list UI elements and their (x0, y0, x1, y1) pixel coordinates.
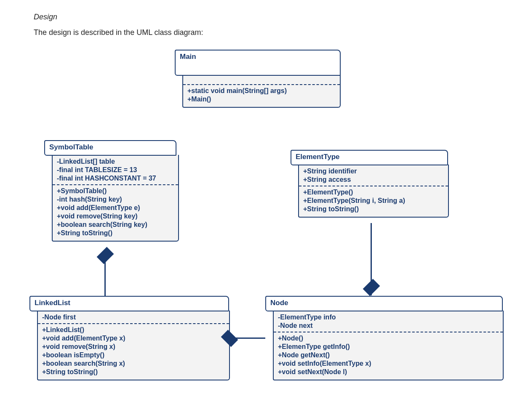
method-line: +void remove(String key) (57, 212, 174, 221)
method-line: +ElementType(String i, String a) (303, 197, 444, 205)
method-line: +String toString() (303, 205, 444, 213)
attribute-line: -Node next (278, 322, 499, 330)
method-line: +void setNext(Node l) (278, 368, 499, 376)
method-line: +Main() (187, 95, 336, 104)
section-description: The design is described in the UML class… (34, 28, 506, 37)
compartment-divider (274, 332, 503, 332)
method-line: +void add(ElementType e) (57, 204, 174, 212)
class-name-label: ElementType (296, 153, 340, 161)
class-body: -LinkedList[] table -final int TABLESIZE… (52, 155, 179, 242)
attribute-line: -final int HASHCONSTANT = 37 (57, 174, 174, 183)
method-line: +boolean search(String x) (42, 359, 225, 368)
class-title: Node (265, 296, 503, 311)
method-line: +ElemenType getInfo() (278, 343, 499, 351)
attribute-line: +String access (303, 175, 444, 184)
method-line: +void remove(String x) (42, 343, 225, 351)
compartment-divider (38, 323, 229, 324)
class-title: Main (175, 50, 341, 76)
attribute-line: -final int TABLESIZE = 13 (57, 166, 174, 174)
composition-diamond-icon (97, 247, 114, 264)
method-line: +ElementType() (303, 188, 444, 197)
class-name-label: Main (180, 53, 196, 61)
method-line: +String toString() (42, 368, 225, 376)
attribute-line: +String identifier (303, 167, 444, 175)
class-SymbolTable: SymbolTable -LinkedList[] table -final i… (44, 140, 175, 242)
class-Main: Main +static void main(String[] args) +M… (175, 50, 331, 109)
class-title: LinkedList (29, 296, 229, 311)
class-body: +static void main(String[] args) +Main() (182, 75, 341, 108)
class-name-label: LinkedList (35, 299, 70, 307)
uml-diagram-canvas: Main +static void main(String[] args) +M… (34, 50, 506, 407)
method-line: +void setInfo(ElementType x) (278, 359, 499, 368)
class-body: -Node first +LinkedList() +void add(Elem… (37, 311, 230, 380)
class-ElementType: ElementType +String identifier +String a… (291, 150, 442, 218)
class-LinkedList: LinkedList -Node first +LinkedList() +vo… (29, 296, 223, 381)
class-body: -ElementType info -Node next +Node() +El… (273, 311, 504, 380)
method-line: +static void main(String[] args) (187, 87, 336, 95)
class-name-label: Node (270, 299, 288, 307)
method-line: +void add(ElementType x) (42, 334, 225, 343)
composition-diamond-icon (363, 279, 380, 296)
class-body: +String identifier +String access +Eleme… (298, 165, 449, 218)
compartment-divider (299, 186, 448, 186)
method-line: -int hash(String key) (57, 195, 174, 204)
attribute-line: -ElementType info (278, 313, 499, 322)
method-line: +boolean isEmpty() (42, 351, 225, 359)
compartment-divider (53, 184, 178, 185)
compartment-divider (183, 84, 340, 85)
method-line: +Node() (278, 334, 499, 343)
class-title: SymbolTable (44, 140, 176, 156)
method-line: +String toString() (57, 229, 174, 237)
section-heading: Design (34, 13, 506, 21)
class-name-label: SymbolTable (49, 143, 93, 151)
attribute-line: -LinkedList[] table (57, 157, 174, 166)
class-title: ElementType (291, 150, 448, 165)
class-Node: Node -ElementType info -Node next +Node(… (265, 296, 501, 381)
method-line: +SymbolTable() (57, 187, 174, 195)
attribute-line: -Node first (42, 313, 225, 322)
method-line: +LinkedList() (42, 326, 225, 334)
method-line: +boolean search(String key) (57, 221, 174, 229)
method-line: +Node getNext() (278, 351, 499, 359)
